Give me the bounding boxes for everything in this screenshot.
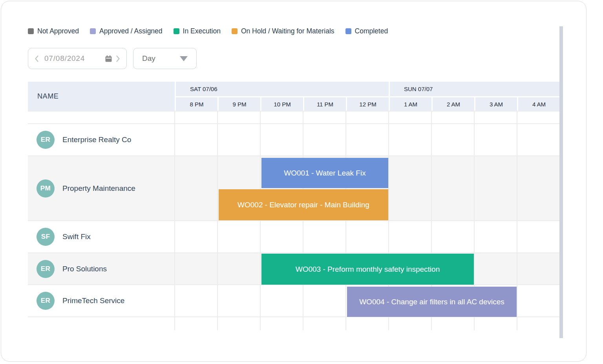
day-header-cell: SUN 07/07 — [390, 82, 560, 96]
resource-row: PMProperty MaintenanceWO001 - Water Leak… — [28, 156, 561, 221]
resource-name: Pro Solutions — [62, 265, 107, 273]
legend-label: In Execution — [183, 27, 221, 35]
legend-item-completed: Completed — [345, 27, 388, 35]
empty-name-cell — [28, 112, 175, 123]
legend-item-approved-assigned: Approved / Assigned — [90, 27, 163, 35]
empty-timeline — [175, 112, 560, 123]
resource-timeline: WO001 - Water Leak FixWO002 - Elevator r… — [175, 156, 560, 220]
resource-avatar: ER — [37, 292, 55, 310]
scheduler-grid: NAME SAT 07/06SUN 07/07 8 PM9 PM10 PM11 … — [28, 82, 561, 330]
hour-header-cell: 11 PM — [304, 97, 346, 111]
legend-swatch-completed-icon — [345, 28, 351, 34]
workorder-bar[interactable]: WO003 - Preform monthly safety inspectio… — [261, 254, 474, 285]
name-column-header: NAME — [28, 82, 175, 111]
resource-row: ERPrimeTech ServiceWO004 - Change air fi… — [28, 285, 561, 317]
hour-header-cell: 4 AM — [518, 97, 560, 111]
workorder-bar[interactable]: WO001 - Water Leak Fix — [261, 158, 388, 188]
next-date-chevron-icon[interactable] — [116, 55, 120, 62]
prev-date-chevron-icon[interactable] — [35, 55, 39, 62]
resource-timeline — [175, 221, 560, 252]
hour-header-cell: 8 PM — [176, 97, 217, 111]
date-value[interactable]: 07/08/2024 — [44, 54, 101, 63]
legend-item-in-execution: In Execution — [174, 27, 221, 35]
resource-name-cell: ERPrimeTech Service — [28, 285, 175, 316]
calendar-icon[interactable] — [104, 55, 113, 63]
resource-name-cell: SFSwift Fix — [28, 221, 175, 252]
resource-name: PrimeTech Service — [62, 296, 124, 305]
legend-swatch-in-execution-icon — [174, 28, 179, 34]
legend-swatch-on-hold-icon — [232, 28, 238, 34]
resource-avatar: SF — [37, 228, 55, 246]
vertical-scrollbar[interactable] — [559, 26, 563, 338]
resource-name: Property Maintenance — [62, 184, 135, 193]
day-header-row: SAT 07/06SUN 07/07 — [176, 82, 561, 96]
timeline-header: SAT 07/06SUN 07/07 8 PM9 PM10 PM11 PM12 … — [176, 82, 561, 111]
empty-timeline — [175, 317, 560, 330]
resource-row: EREnterprise Realty Co — [28, 124, 561, 156]
legend-item-on-hold: On Hold / Waiting for Materials — [232, 27, 334, 35]
legend-label: Completed — [355, 27, 388, 35]
resource-name: Enterprise Realty Co — [62, 135, 131, 144]
resource-avatar: ER — [37, 260, 55, 278]
hour-header-cell: 10 PM — [261, 97, 303, 111]
view-select[interactable]: Day — [133, 48, 197, 69]
resource-timeline: WO003 - Preform monthly safety inspectio… — [175, 253, 560, 284]
hour-header-row: 8 PM9 PM10 PM11 PM12 PM1 AM2 AM3 AM4 AM — [176, 97, 561, 111]
hour-header-cell: 2 AM — [433, 97, 474, 111]
resource-name: Swift Fix — [62, 232, 91, 241]
resource-avatar: ER — [37, 131, 55, 149]
empty-name-cell — [28, 317, 175, 330]
workorder-bar[interactable]: WO004 - Change air filters in all AC dev… — [347, 287, 517, 317]
legend-label: Not Approved — [37, 27, 79, 35]
resource-row: SFSwift Fix — [28, 221, 561, 253]
view-select-value: Day — [142, 54, 155, 63]
scheduler-card: Not Approved Approved / Assigned In Exec… — [1, 1, 587, 362]
hour-header-cell: 9 PM — [219, 97, 260, 111]
legend-swatch-not-approved-icon — [28, 28, 34, 34]
resource-name-cell: PMProperty Maintenance — [28, 156, 175, 220]
legend-label: Approved / Assigned — [99, 27, 163, 35]
hour-header-cell: 12 PM — [347, 97, 389, 111]
resource-avatar: PM — [37, 179, 55, 198]
schedule-body: EREnterprise Realty CoPMProperty Mainten… — [28, 111, 561, 330]
hour-header-cell: 1 AM — [390, 97, 431, 111]
spacer-row-top — [28, 112, 561, 124]
legend-label: On Hold / Waiting for Materials — [241, 27, 334, 35]
resource-timeline — [175, 124, 560, 155]
date-picker[interactable]: 07/08/2024 — [28, 48, 127, 69]
resource-name-cell: ERPro Solutions — [28, 253, 175, 284]
resource-row: ERPro SolutionsWO003 - Preform monthly s… — [28, 253, 561, 285]
spacer-row-bottom — [28, 317, 561, 330]
resource-timeline: WO004 - Change air filters in all AC dev… — [175, 285, 560, 316]
day-header-cell: SAT 07/06 — [176, 82, 389, 96]
dropdown-arrow-icon — [180, 56, 188, 61]
resource-name-cell: EREnterprise Realty Co — [28, 124, 175, 155]
legend-swatch-approved-assigned-icon — [90, 28, 96, 34]
workorder-bar[interactable]: WO002 - Elevator repair - Main Building — [219, 189, 388, 220]
legend-item-not-approved: Not Approved — [28, 27, 79, 35]
legend: Not Approved Approved / Assigned In Exec… — [28, 26, 388, 37]
scheduler-header: NAME SAT 07/06SUN 07/07 8 PM9 PM10 PM11 … — [28, 82, 561, 111]
hour-header-cell: 3 AM — [475, 97, 517, 111]
